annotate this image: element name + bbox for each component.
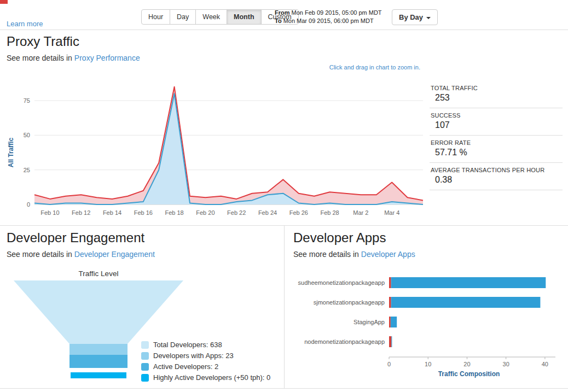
proxy-traffic-subtitle: See more details inProxy Performance [7, 54, 140, 62]
svg-text:50: 50 [24, 132, 30, 138]
legend-label: Total Developers: 638 [153, 341, 222, 349]
topbar: Learn more Hour Day Week Month Custom Fr… [0, 0, 568, 30]
stat-label: TOTAL TRAFFIC [431, 85, 563, 91]
chart-zoom-hint: Click and drag in chart to zoom in. [329, 64, 420, 71]
proxy-stats-panel: TOTAL TRAFFIC 253 SUCCESS 107 ERROR RATE… [430, 81, 563, 190]
legend-label: Highly Active Developers (+50 tph): 0 [153, 373, 270, 382]
stat-label: ERROR RATE [431, 139, 563, 146]
to-value: Mon Mar 09 2015, 06:00 pm MDT [283, 17, 374, 24]
svg-text:10: 10 [425, 361, 431, 367]
developer-apps-title: Developer Apps [293, 230, 386, 245]
stat-value: 253 [431, 93, 563, 103]
svg-text:Feb 14: Feb 14 [103, 209, 121, 216]
svg-text:Feb 10: Feb 10 [40, 209, 59, 216]
svg-text:Feb 24: Feb 24 [258, 209, 277, 216]
engagement-legend: Total Developers: 638 Developers with Ap… [141, 341, 270, 384]
stat-label: SUCCESS [431, 112, 563, 119]
logo-fragment [0, 0, 8, 4]
svg-text:Feb 16: Feb 16 [134, 209, 153, 216]
range-month-button[interactable]: Month [227, 9, 261, 25]
legend-swatch-icon [141, 374, 149, 382]
legend-swatch-icon [141, 363, 149, 371]
stat-total-traffic: TOTAL TRAFFIC 253 [430, 81, 563, 108]
svg-text:20: 20 [463, 361, 470, 367]
developer-engagement-link[interactable]: Developer Engagement [74, 250, 155, 259]
legend-item: Total Developers: 638 [141, 341, 270, 349]
developer-apps-link[interactable]: Developer Apps [361, 250, 415, 259]
see-more-text: See more details in [7, 54, 72, 62]
stat-avg-tph: AVERAGE TRANSACTIONS PER HOUR 0.38 [430, 163, 563, 190]
developer-engagement-section: Developer Engagement See more details in… [0, 226, 285, 388]
granularity-dropdown[interactable]: By Day [392, 9, 438, 25]
granularity-label: By Day [399, 13, 423, 21]
legend-item: Developers with Apps: 23 [141, 352, 270, 360]
svg-text:Feb 18: Feb 18 [165, 209, 183, 216]
legend-swatch-icon [141, 352, 149, 360]
svg-text:All Traffic: All Traffic [7, 137, 15, 167]
svg-text:sjmonetizationpackageapp: sjmonetizationpackageapp [314, 299, 385, 306]
bottom-divider [0, 388, 568, 389]
developer-apps-section: Developer Apps See more details inDevelo… [285, 226, 568, 388]
legend-item: Highly Active Developers (+50 tph): 0 [141, 373, 270, 382]
svg-text:Traffic Composition: Traffic Composition [438, 370, 500, 378]
date-range-to: ToMon Mar 09 2015, 06:00 pm MDT [275, 17, 382, 25]
from-value: Mon Feb 09 2015, 05:00 pm MDT [292, 9, 382, 16]
proxy-traffic-title: Proxy Traffic [7, 34, 79, 49]
range-week-button[interactable]: Week [195, 9, 227, 25]
svg-text:StagingApp: StagingApp [353, 319, 385, 325]
stat-value: 0.38 [431, 175, 563, 185]
svg-text:nodemonetizationpackageapp: nodemonetizationpackageapp [304, 338, 385, 345]
svg-text:0: 0 [27, 201, 30, 208]
stat-success: SUCCESS 107 [430, 108, 563, 136]
svg-text:Mar 2: Mar 2 [353, 209, 368, 216]
proxy-performance-link[interactable]: Proxy Performance [74, 54, 140, 62]
learn-more-link[interactable]: Learn more [7, 20, 43, 28]
svg-text:Feb 28: Feb 28 [320, 209, 339, 216]
developer-engagement-subtitle: See more details inDeveloper Engagement [7, 250, 155, 259]
range-day-button[interactable]: Day [170, 9, 196, 25]
date-range: FromMon Feb 09 2015, 05:00 pm MDT ToMon … [275, 9, 382, 25]
svg-text:sudheemonetizationpackageapp: sudheemonetizationpackageapp [298, 279, 385, 286]
caret-down-icon [426, 17, 431, 19]
see-more-text: See more details in [7, 250, 72, 259]
svg-text:Mar 4: Mar 4 [384, 209, 399, 216]
developer-engagement-title: Developer Engagement [7, 230, 144, 245]
legend-item: Active Developers: 2 [141, 362, 270, 371]
legend-label: Developers with Apps: 23 [153, 352, 234, 360]
range-hour-button[interactable]: Hour [141, 9, 170, 25]
legend-swatch-icon [141, 341, 149, 349]
stat-value: 57.71 % [431, 148, 563, 157]
developer-apps-chart[interactable]: sudheemonetizationpackageappsjmonetizati… [292, 274, 565, 381]
from-label: From [275, 9, 290, 16]
date-range-from: FromMon Feb 09 2015, 05:00 pm MDT [275, 9, 382, 17]
svg-text:25: 25 [24, 167, 30, 173]
legend-label: Active Developers: 2 [153, 362, 218, 371]
svg-text:Feb 20: Feb 20 [196, 209, 215, 216]
svg-text:75: 75 [24, 97, 30, 104]
svg-text:Feb 12: Feb 12 [72, 209, 90, 216]
to-label: To [275, 17, 282, 24]
svg-text:40: 40 [542, 361, 548, 367]
see-more-text: See more details in [293, 250, 359, 259]
stat-label: AVERAGE TRANSACTIONS PER HOUR [431, 167, 563, 173]
proxy-traffic-chart[interactable]: 0255075Feb 10Feb 12Feb 14Feb 16Feb 18Feb… [4, 72, 428, 222]
svg-text:Feb 22: Feb 22 [227, 209, 246, 216]
stat-error-rate: ERROR RATE 57.71 % [430, 136, 563, 163]
funnel-title: Traffic Level [11, 270, 186, 278]
svg-text:30: 30 [503, 361, 509, 367]
developer-apps-subtitle: See more details inDeveloper Apps [293, 250, 415, 259]
svg-text:0: 0 [387, 361, 391, 367]
stat-value: 107 [431, 120, 563, 130]
svg-text:Feb 26: Feb 26 [289, 209, 308, 216]
